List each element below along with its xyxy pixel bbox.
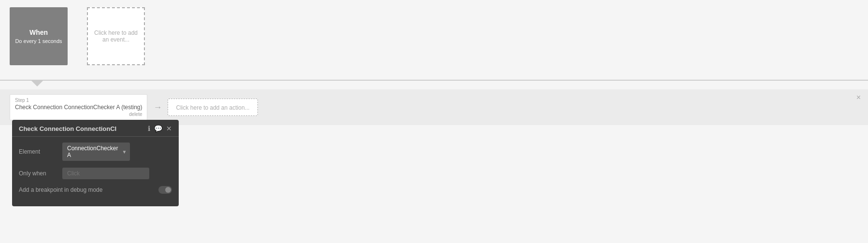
- step-arrow-icon: →: [153, 102, 162, 113]
- breakpoint-row: Add a breakpoint in debug mode: [19, 186, 172, 196]
- add-action-text: Click here to add an action...: [176, 104, 249, 111]
- divider-arrow-icon: [31, 81, 43, 86]
- step-delete-button[interactable]: delete: [15, 112, 142, 117]
- popup-close-icon[interactable]: ✕: [166, 125, 172, 132]
- step-label: Step 1: [15, 98, 142, 103]
- toggle-knob: [165, 187, 171, 193]
- only-when-input[interactable]: [62, 168, 149, 179]
- add-event-block[interactable]: Click here to add an event...: [87, 7, 145, 65]
- only-when-label: Only when: [19, 170, 62, 177]
- when-block[interactable]: When Do every 1 seconds: [10, 7, 68, 65]
- element-dropdown-arrow-icon: ▼: [122, 149, 127, 155]
- popup-title: Check Connection ConnectionCI: [19, 125, 116, 132]
- popup-panel: Check Connection ConnectionCI ℹ 💬 ✕ Elem…: [12, 120, 179, 206]
- popup-body: Element ConnectionChecker A ▼ Only when …: [12, 137, 179, 201]
- steps-close-button[interactable]: ×: [856, 93, 861, 102]
- add-action-block[interactable]: Click here to add an action...: [168, 99, 257, 116]
- element-row: Element ConnectionChecker A ▼: [19, 143, 172, 161]
- step-name: Check Connection ConnectionChecker A (te…: [15, 104, 142, 111]
- element-select-value: ConnectionChecker A: [67, 145, 118, 158]
- breakpoint-label: Add a breakpoint in debug mode: [19, 186, 102, 193]
- step-item[interactable]: Step 1 Check Connection ConnectionChecke…: [10, 94, 147, 120]
- comment-icon[interactable]: 💬: [154, 125, 162, 132]
- add-event-text: Click here to add an event...: [88, 25, 144, 48]
- divider-section: [0, 80, 868, 89]
- element-select[interactable]: ConnectionChecker A ▼: [62, 143, 130, 161]
- popup-header: Check Connection ConnectionCI ℹ 💬 ✕: [12, 120, 179, 137]
- when-subtitle: Do every 1 seconds: [15, 38, 62, 44]
- top-section: When Do every 1 seconds Click here to ad…: [0, 0, 868, 80]
- element-label: Element: [19, 148, 62, 155]
- info-icon[interactable]: ℹ: [148, 125, 150, 132]
- breakpoint-toggle[interactable]: [158, 186, 172, 194]
- only-when-row: Only when: [19, 168, 172, 179]
- when-title: When: [29, 29, 48, 36]
- popup-icons: ℹ 💬 ✕: [148, 125, 172, 132]
